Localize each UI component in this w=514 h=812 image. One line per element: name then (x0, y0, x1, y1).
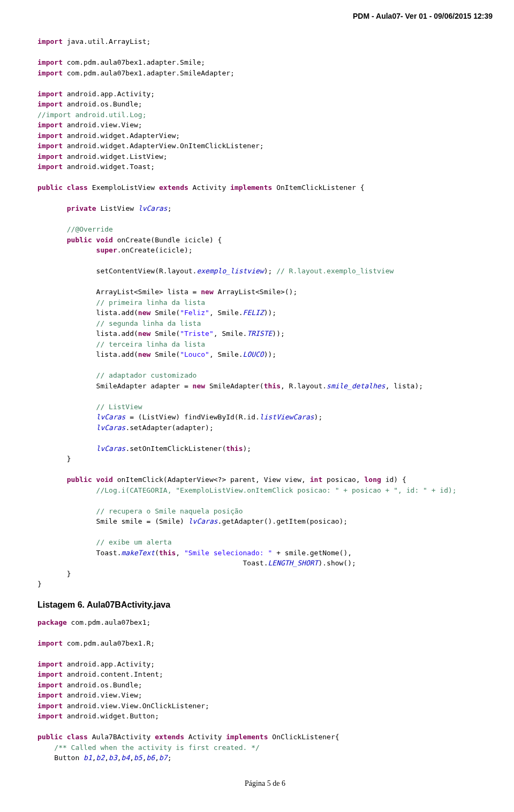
field: b6 (147, 754, 155, 762)
keyword: public (67, 476, 92, 484)
code-text: com.pdm.aula07bex1; (67, 618, 151, 626)
keyword: import (37, 712, 63, 720)
keyword: class (67, 733, 88, 741)
comment: // recupera o Smile naquela posição (96, 507, 243, 515)
field: b3 (109, 754, 117, 762)
code-text: , (117, 754, 122, 762)
keyword: import (37, 660, 63, 668)
document-page: PDM - Aula07- Ver 01 - 09/06/2015 12:39 … (0, 0, 514, 799)
keyword: import (37, 100, 63, 108)
code-text: , (155, 754, 159, 762)
keyword: void (96, 236, 113, 244)
code-text: , (92, 754, 96, 762)
keyword: import (37, 163, 63, 171)
field: lvCaras (96, 424, 126, 432)
keyword: import (37, 90, 63, 98)
code-text: android.widget.AdapterView; (63, 132, 180, 140)
comment: /** Called when the activity is first cr… (54, 744, 260, 752)
keyword: import (37, 58, 63, 66)
keyword: void (96, 476, 113, 484)
code-text: ; (168, 204, 172, 212)
code-text: lista.add( (96, 350, 138, 358)
code-text: ExemploListView (88, 183, 159, 191)
comment: // exibe um alerta (96, 538, 172, 546)
code-text: )); (272, 330, 284, 338)
keyword: new (138, 350, 150, 358)
code-text: .onCreate(icicle); (117, 246, 193, 254)
code-text: android.widget.Button; (63, 712, 159, 720)
keyword: import (37, 121, 63, 129)
field: b5 (134, 754, 142, 762)
keyword: private (67, 204, 96, 212)
keyword: extends (155, 733, 184, 741)
field: b4 (122, 754, 130, 762)
code-text: ArrayList<Smile>(); (214, 288, 298, 296)
code-text: , Smile. (209, 350, 243, 358)
code-text: , R.layout. (281, 382, 327, 390)
code-text: android.view.View.OnClickListener; (63, 702, 209, 710)
code-text: android.app.Activity; (63, 90, 155, 98)
string: "Triste" (180, 330, 214, 338)
keyword: new (138, 309, 150, 317)
code-text: Button (54, 754, 84, 762)
field: LENGTH_SHORT (268, 559, 318, 567)
comment: // ListView (96, 403, 142, 411)
code-text: .getAdapter().getItem(posicao); (218, 517, 348, 525)
keyword: this (226, 445, 243, 453)
keyword: public (37, 733, 63, 741)
string: "Feliz" (180, 309, 209, 317)
code-text: = (ListView) findViewById(R.id. (125, 413, 259, 421)
code-text: Smile( (150, 330, 180, 338)
comment: //import android.util.Log; (37, 111, 147, 119)
code-text: SmileAdapter( (205, 382, 264, 390)
keyword: this (264, 382, 281, 390)
field: FELIZ (243, 309, 264, 317)
field: listViewCaras (260, 413, 314, 421)
keyword: import (37, 681, 63, 689)
keyword: new (193, 382, 205, 390)
code-text: .setOnItemClickListener( (125, 445, 226, 453)
string: "Smile selecionado: " (184, 549, 272, 557)
keyword: package (37, 618, 67, 626)
code-text: android.view.View; (63, 691, 142, 699)
keyword: import (37, 69, 63, 77)
code-text: } (37, 580, 42, 588)
keyword: import (37, 691, 63, 699)
code-text: ListView (96, 204, 138, 212)
comment: // segunda linha da lista (96, 319, 201, 327)
field: exemplo_listview (196, 267, 263, 275)
field: makeText (122, 549, 155, 557)
code-text: Smile smile = (Smile) (96, 517, 188, 525)
keyword: implements (226, 733, 268, 741)
code-text: + smile.getNome(), (272, 549, 352, 557)
code-text: ).show(); (318, 559, 356, 567)
keyword: import (37, 702, 63, 710)
string: "Louco" (180, 350, 209, 358)
code-text: android.widget.Toast; (63, 163, 155, 171)
keyword: new (201, 288, 213, 296)
keyword: import (37, 639, 63, 647)
code-text: } (67, 570, 71, 578)
field: lvCaras (188, 517, 218, 525)
keyword: import (37, 132, 63, 140)
code-text: com.pdm.aula07bex1.R; (63, 639, 155, 647)
code-text: ); (264, 267, 276, 275)
field: b2 (96, 754, 105, 762)
code-text: )); (264, 309, 276, 317)
code-text: android.content.Intent; (63, 670, 163, 678)
code-text: android.app.Activity; (63, 660, 155, 668)
field: b1 (84, 754, 92, 762)
code-text: android.widget.AdapterView.OnItemClickLi… (63, 142, 264, 150)
code-text: android.widget.ListView; (63, 152, 168, 160)
code-text: , Smile. (214, 330, 247, 338)
comment: // R.layout.exemplo_listview (276, 267, 394, 275)
comment: // adaptador customizado (96, 371, 197, 379)
keyword: new (138, 330, 150, 338)
comment: // primeira linha da lista (96, 298, 206, 307)
field: b7 (159, 754, 168, 762)
code-text: Smile( (150, 350, 180, 358)
code-text: , (130, 754, 134, 762)
code-block-2: package com.pdm.aula07bex1; import com.p… (37, 617, 493, 763)
code-text: com.pdm.aula07bex1.adapter.Smile; (63, 58, 205, 66)
keyword: long (365, 476, 381, 484)
